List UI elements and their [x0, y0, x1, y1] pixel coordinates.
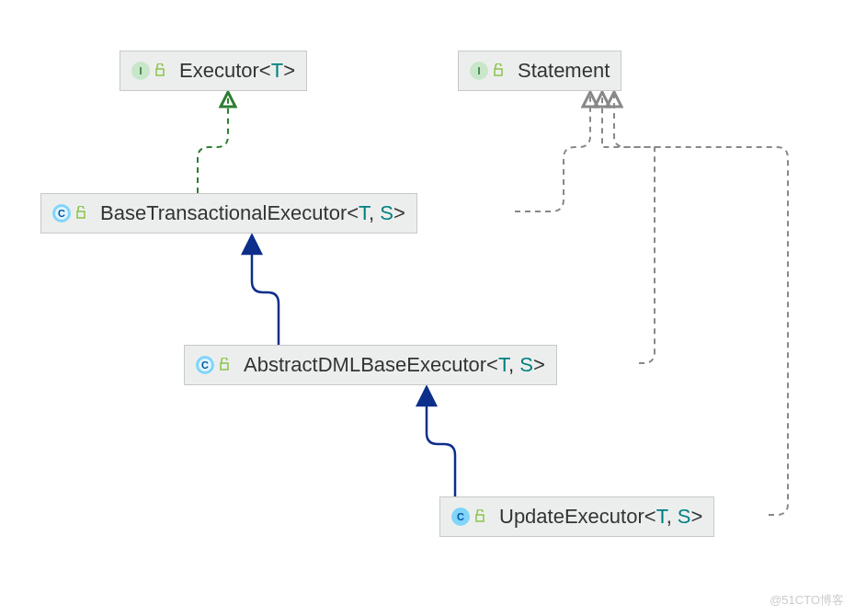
node-executor[interactable]: I Executor<T> — [120, 51, 307, 91]
edge-base-to-statement — [515, 92, 590, 211]
unlock-icon — [475, 509, 486, 525]
node-update-executor[interactable]: C UpdateExecutor<T, S> — [439, 496, 714, 537]
interface-icon: I — [131, 62, 150, 80]
node-statement[interactable]: I Statement — [458, 51, 621, 91]
class-icon: C — [451, 508, 470, 526]
edge-update-to-statement — [614, 92, 788, 515]
node-label: AbstractDMLBaseExecutor<T, S> — [244, 353, 545, 377]
watermark: @51CTO博客 — [770, 592, 844, 609]
abstract-class-icon: C — [196, 356, 214, 374]
interface-icon: I — [470, 62, 488, 80]
unlock-icon — [76, 206, 87, 222]
edge-update-to-abstract — [427, 387, 455, 496]
connector-layer — [0, 0, 855, 616]
node-abstract-dml[interactable]: C AbstractDMLBaseExecutor<T, S> — [184, 345, 557, 385]
edge-abstract-to-base — [252, 235, 279, 345]
unlock-icon — [155, 63, 166, 79]
unlock-icon — [220, 358, 231, 373]
node-label: BaseTransactionalExecutor<T, S> — [100, 201, 405, 225]
abstract-class-icon: C — [52, 204, 71, 222]
edge-abstract-to-statement — [602, 92, 655, 363]
node-label: Statement — [518, 59, 610, 83]
node-label: Executor<T> — [179, 59, 295, 83]
unlock-icon — [494, 63, 505, 79]
node-base-transactional[interactable]: C BaseTransactionalExecutor<T, S> — [40, 193, 417, 234]
node-label: UpdateExecutor<T, S> — [499, 505, 702, 529]
edge-base-to-executor — [198, 92, 228, 193]
